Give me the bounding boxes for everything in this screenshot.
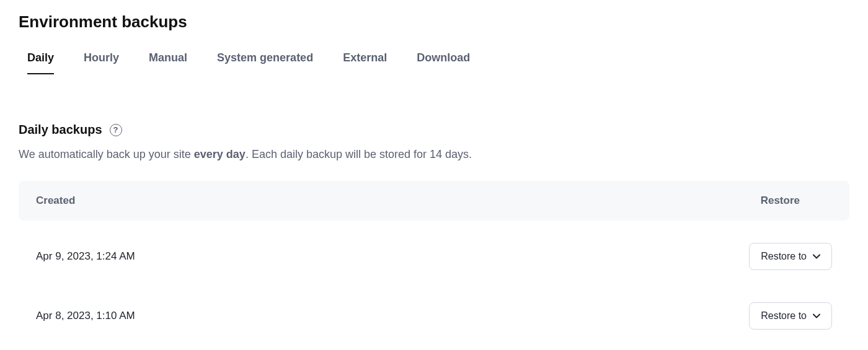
restore-button-label: Restore to — [761, 310, 807, 322]
section-header: Daily backups ? — [19, 123, 849, 137]
tab-download[interactable]: Download — [417, 51, 470, 74]
backup-created-date: Apr 9, 2023, 1:24 AM — [36, 250, 135, 263]
page-title: Environment backups — [19, 12, 849, 32]
table-row: Apr 9, 2023, 1:24 AM Restore to — [19, 227, 849, 286]
restore-to-button[interactable]: Restore to — [749, 302, 832, 330]
table-header: Created Restore — [19, 181, 849, 221]
description-prefix: We automatically back up your site — [19, 148, 194, 160]
tabs-nav: Daily Hourly Manual System generated Ext… — [19, 51, 849, 74]
tab-hourly[interactable]: Hourly — [84, 51, 119, 74]
section-description: We automatically back up your site every… — [19, 148, 849, 161]
section-title: Daily backups — [19, 123, 102, 137]
restore-to-button[interactable]: Restore to — [749, 243, 832, 270]
tab-manual[interactable]: Manual — [149, 51, 187, 74]
chevron-down-icon — [813, 313, 820, 318]
tab-external[interactable]: External — [343, 51, 387, 74]
restore-button-label: Restore to — [761, 251, 807, 262]
table-header-created: Created — [36, 195, 75, 207]
help-icon[interactable]: ? — [110, 124, 122, 136]
table-row: Apr 8, 2023, 1:10 AM Restore to — [19, 286, 849, 346]
tab-system-generated[interactable]: System generated — [217, 51, 313, 74]
backup-created-date: Apr 8, 2023, 1:10 AM — [36, 310, 135, 322]
chevron-down-icon — [813, 254, 820, 259]
table-header-restore: Restore — [761, 195, 832, 207]
description-suffix: . Each daily backup will be stored for 1… — [246, 148, 472, 160]
description-bold: every day — [194, 148, 246, 160]
tab-daily[interactable]: Daily — [27, 51, 54, 74]
